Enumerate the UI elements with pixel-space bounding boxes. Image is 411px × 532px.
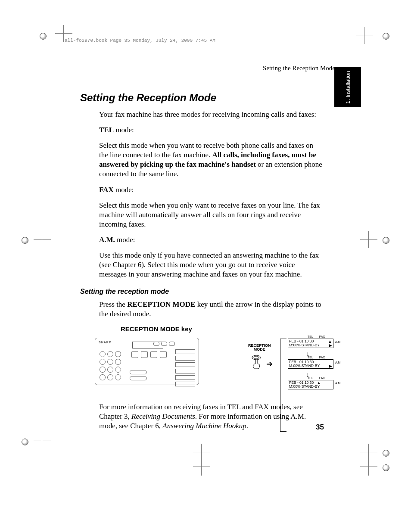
crosshair-icon <box>365 464 372 470</box>
lcd-box: FEB - 01 10:30 ▲ M:00% STAND-BY <box>288 380 333 390</box>
registration-mark-icon <box>382 236 390 245</box>
display-sequence: TEL FAX FEB - 01 10:30 ▲ M:00% STAND-BY … <box>280 335 366 392</box>
am-mode-head: A.M. mode: <box>99 235 323 245</box>
framemaker-meta: all-fo2970.book Page 35 Monday, July 24,… <box>65 38 371 43</box>
reception-mode-caption: RECEPTION MODE <box>248 344 271 352</box>
running-head: Setting the Reception Mode <box>39 65 335 72</box>
crosshair-icon <box>198 449 205 456</box>
registration-mark-icon <box>382 464 390 472</box>
crosshair-icon <box>198 464 205 470</box>
pointer-icon: ▶ <box>329 364 332 368</box>
registration-mark-icon <box>382 449 390 457</box>
pointer-icon: ▲ <box>317 380 321 385</box>
brand-label: SHARP <box>99 341 112 344</box>
fax-mode-head: FAX mode: <box>99 185 323 195</box>
tel-mode-body: Select this mode when you want to receiv… <box>99 141 323 179</box>
display-state-3: TEL FAX FEB - 01 10:30 ▲ M:00% STAND-BY … <box>280 376 366 395</box>
display-state-1: TEL FAX FEB - 01 10:30 ▲ M:00% STAND-BY … <box>280 335 366 354</box>
panel-bottom-ovals <box>130 370 147 380</box>
chapter-tab: 1. Installation <box>334 67 361 107</box>
instruction-block: Press the RECEPTION MODE key until the a… <box>99 300 323 319</box>
instruction-text: Press the RECEPTION MODE key until the a… <box>99 300 323 319</box>
body-content: Your fax machine has three modes for rec… <box>99 110 323 279</box>
footer-paragraph: For more information on receiving faxes … <box>99 402 323 431</box>
crosshair-icon <box>361 32 368 39</box>
pointer-icon: ▶ <box>329 343 332 348</box>
svg-point-1 <box>254 356 259 359</box>
press-hand-icon <box>250 354 263 371</box>
registration-mark-icon <box>21 438 29 446</box>
arrow-right-icon: ➔ <box>266 359 273 369</box>
page-number: 35 <box>316 423 324 432</box>
intro-paragraph: Your fax machine has three modes for rec… <box>99 110 323 119</box>
diagram: SHARP RECEPTION MODE <box>95 335 340 395</box>
registration-mark-icon <box>382 32 390 40</box>
panel-keypad <box>100 351 129 380</box>
registration-mark-icon <box>21 236 29 245</box>
registration-mark-icon <box>39 32 47 40</box>
reception-mode-key-label: RECEPTION MODE key <box>121 325 371 333</box>
fax-panel-illustration: SHARP <box>95 338 199 385</box>
tel-mode-head: TEL mode: <box>99 125 323 135</box>
display-state-2: TEL FAX FEB - 01 10:30 M:00% STAND-BY ▶ … <box>280 356 366 375</box>
lcd-box: FEB - 01 10:30 M:00% STAND-BY ▶ <box>288 359 333 369</box>
fax-mode-body: Select this mode when you only want to r… <box>99 201 323 229</box>
tel-bold: TEL <box>99 126 114 134</box>
subheading: Setting the reception mode <box>80 288 371 296</box>
manual-page: all-fo2970.book Page 35 Monday, July 24,… <box>39 17 371 513</box>
crosshair-icon <box>39 236 46 243</box>
crosshair-icon <box>365 236 372 243</box>
chapter-tab-label: 1. Installation <box>345 71 351 104</box>
panel-right-buttons <box>175 349 195 386</box>
page-title: Setting the Reception Mode <box>80 92 371 104</box>
panel-fn-row <box>131 351 167 358</box>
crosshair-icon <box>60 30 67 37</box>
crosshair-icon <box>365 449 372 456</box>
crosshair-icon <box>39 438 46 445</box>
am-mode-body: Use this mode only if you have connected… <box>99 251 323 279</box>
panel-top-buttons <box>153 342 175 346</box>
lcd-box: FEB - 01 10:30 ▲ M:00% STAND-BY ▶ <box>288 339 333 348</box>
